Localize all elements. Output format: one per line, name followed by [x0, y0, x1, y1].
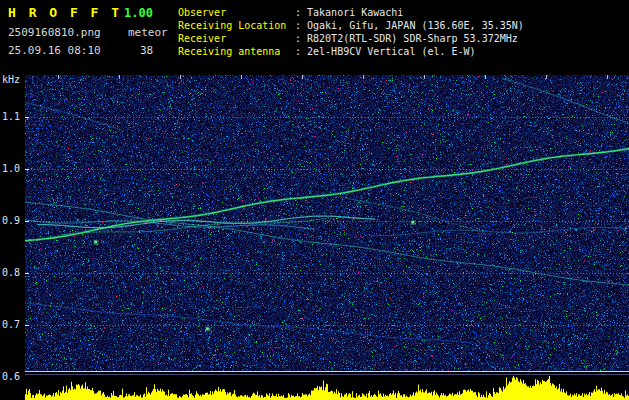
- info-value: : Takanori Kawachi: [295, 7, 403, 18]
- info-value: : Ogaki, Gifu, JAPAN (136.60E, 35.35N): [295, 20, 524, 31]
- timestamp: 25.09.16 08:10: [8, 44, 101, 57]
- output-filename: 2509160810.png: [8, 26, 101, 39]
- info-label: Receiving Location: [178, 20, 286, 31]
- freq-tick-label: 1.1: [0, 111, 20, 122]
- info-value: : R820T2(RTL-SDR) SDR-Sharp 53.372MHz: [295, 33, 518, 44]
- freq-tick-label: 1.0: [0, 163, 20, 174]
- mode-label: meteor: [128, 26, 168, 39]
- info-label: Receiver: [178, 33, 226, 44]
- echo-count: 38: [140, 44, 153, 57]
- freq-axis-unit: kHz: [2, 74, 20, 85]
- info-label: Receiving antenna: [178, 46, 280, 57]
- spectrogram-canvas: [25, 75, 629, 400]
- info-label: Observer: [178, 7, 226, 18]
- app-title: H R O F F T: [8, 5, 122, 20]
- info-value: : 2el-HB9CV Vertical (el. E-W): [295, 46, 476, 57]
- app-version: 1.00: [124, 6, 153, 20]
- freq-tick-label: 0.8: [0, 267, 20, 278]
- freq-tick-label: 0.9: [0, 215, 20, 226]
- freq-tick-label: 0.7: [0, 319, 20, 330]
- freq-tick-label: 0.6: [0, 371, 20, 382]
- hrofft-window: H R O F F T 1.00 2509160810.png meteor 2…: [0, 0, 629, 400]
